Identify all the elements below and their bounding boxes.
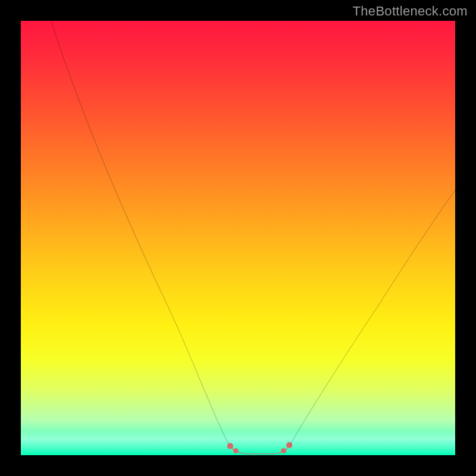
curve-left	[51, 21, 229, 446]
chart-curve-layer	[21, 21, 455, 455]
valley-dot-left2	[233, 448, 239, 453]
curve-valley	[229, 444, 290, 453]
plot-area	[21, 21, 455, 455]
watermark-text: TheBottleneck.com	[353, 4, 468, 19]
curve-right	[290, 190, 455, 445]
valley-dot-left	[227, 443, 233, 449]
chart-frame: TheBottleneck.com	[0, 0, 476, 476]
valley-dot-right	[286, 442, 292, 448]
valley-dot-right2	[281, 448, 286, 453]
